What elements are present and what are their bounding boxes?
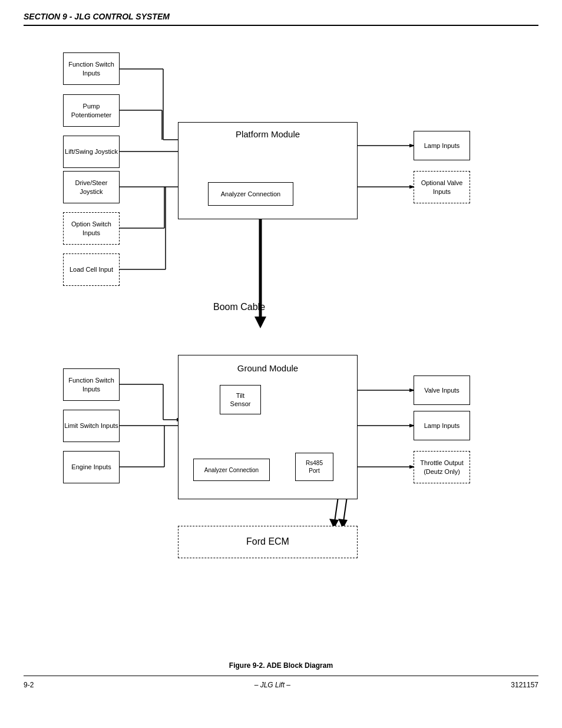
boom-cable-label: Boom Cable [213, 302, 265, 312]
section-header: SECTION 9 - JLG CONTROL SYSTEM [24, 12, 538, 26]
engine-inputs: Engine Inputs [63, 451, 120, 483]
svg-marker-19 [254, 317, 266, 328]
figure-caption: Figure 9-2. ADE Block Diagram [24, 661, 538, 670]
ford-ecm-label: Ford ECM [246, 536, 289, 548]
pump-potentiometer: PumpPotentiometer [63, 94, 120, 127]
lift-swing-joystick: Lift/Swing Joystick [63, 136, 120, 168]
lamp-inputs-top: Lamp Inputs [414, 131, 470, 160]
analyzer-connection-top: Analyzer Connection [208, 182, 293, 206]
ford-ecm: Ford ECM [178, 526, 358, 558]
ground-module: Ground Module TiltSensor Analyzer Connec… [178, 355, 358, 499]
optional-valve-inputs: Optional ValveInputs [414, 171, 470, 203]
option-switch-inputs: Option SwitchInputs [63, 212, 120, 245]
footer-center: – JLG Lift – [254, 681, 290, 689]
tilt-sensor: TiltSensor [220, 385, 261, 414]
platform-module: Platform Module Analyzer Connection [178, 122, 358, 219]
drive-steer-joystick: Drive/Steer Joystick [63, 171, 120, 203]
function-switch-inputs-bottom: Function SwitchInputs [63, 368, 120, 401]
footer-page: 9-2 [24, 681, 34, 689]
lamp-inputs-bottom: Lamp Inputs [414, 411, 470, 440]
throttle-output: Throttle Output(Deutz Only) [414, 451, 470, 483]
valve-inputs: Valve Inputs [414, 375, 470, 405]
ground-module-label: Ground Module [237, 363, 298, 374]
footer: 9-2 – JLG Lift – 3121157 [24, 676, 538, 689]
load-cell-input: Load Cell Input [63, 253, 120, 286]
rs485-port: Rs485Port [295, 453, 333, 481]
page: SECTION 9 - JLG CONTROL SYSTEM [0, 0, 562, 728]
analyzer-connection-bottom: Analyzer Connection [193, 459, 270, 481]
diagram-area: Function Switch Inputs PumpPotentiometer… [28, 37, 534, 655]
section-title: SECTION 9 - JLG CONTROL SYSTEM [24, 12, 170, 21]
platform-module-label: Platform Module [236, 129, 300, 140]
limit-switch-inputs: Limit Switch Inputs [63, 410, 120, 442]
function-switch-inputs-top: Function Switch Inputs [63, 52, 120, 85]
footer-doc-number: 3121157 [511, 681, 538, 689]
